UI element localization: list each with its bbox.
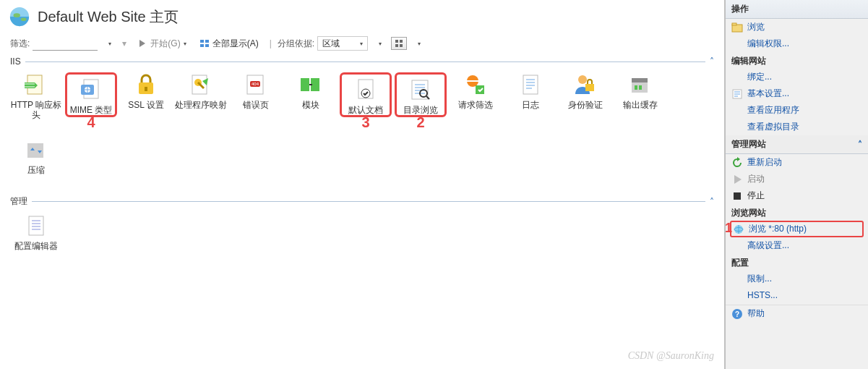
show-all-label: 全部显示(A) [212,38,259,50]
action-help[interactable]: ? 帮助 [726,305,868,322]
iis-authentication[interactable]: 身份验证 [559,72,611,110]
svg-rect-3 [200,40,204,43]
action-browse-http[interactable]: 浏览 *:80 (http) [730,221,864,237]
start-dropdown[interactable]: 开始(G) ▾ [132,36,191,51]
actions-header: 操作 [726,0,868,19]
group-label: 分组依据: [278,38,314,50]
section-manage-header[interactable]: 管理 ˄ [6,195,718,208]
filter-toolbar: 筛选: ▾ ▾ 开始(G) ▾ 全部显示(A) | 分组依据: 区域 ▾ ▾ ▾ [6,35,718,52]
iis-output-caching[interactable]: 输出缓存 [614,72,666,110]
svg-rect-7 [395,40,398,43]
callout-2: 2 [416,114,424,131]
play-icon [731,174,743,185]
iis-directory-browsing[interactable]: 目录浏览 2 [395,72,447,117]
svg-text:404: 404 [252,82,259,86]
view-mode-toggle[interactable]: ▾ [410,36,426,51]
svg-text:?: ? [735,310,739,318]
svg-rect-39 [29,216,43,235]
action-view-vdirs[interactable]: 查看虚拟目录 [726,119,868,135]
collapse-icon: ˄ [858,140,862,150]
log-icon [517,72,543,98]
group-sort-toggle[interactable]: ▾ [371,36,387,51]
page-title: Default Web Site 主页 [38,7,179,27]
section-manage-label: 管理 [10,195,27,208]
action-bindings[interactable]: 绑定... [726,69,868,85]
subheader-edit-site: 编辑网站 [726,54,868,69]
compress-icon [23,137,49,164]
svg-rect-31 [523,75,538,94]
iis-icons: HTTP 响应标头 MIME 类型 4 SSL 设置 处理程序映射 404 错误… [6,69,718,181]
start-label: 开始(G) [150,38,180,50]
action-view-apps[interactable]: 查看应用程序 [726,102,868,119]
iis-request-filtering[interactable]: 请求筛选 [450,72,502,110]
filter-input[interactable] [33,36,98,51]
iis-logging[interactable]: 日志 [504,72,557,110]
request-filter-icon [463,72,489,98]
default-doc-icon [353,77,379,103]
explore-icon [731,22,743,33]
svg-rect-37 [639,85,642,90]
collapse-icon: ˄ [710,56,714,67]
globe-icon [9,6,30,27]
handler-icon [188,72,214,98]
action-basic-settings[interactable]: 基本设置... [726,85,868,102]
group-value: 区域 [322,38,340,50]
section-iis-header[interactable]: IIS ˄ [6,56,718,67]
mime-icon [78,77,104,103]
svg-rect-6 [205,44,209,47]
iis-ssl-settings[interactable]: SSL 设置 [120,72,172,110]
action-hsts[interactable]: HSTS... [726,287,868,303]
subheader-config: 配置 [726,255,868,271]
action-advanced[interactable]: 高级设置... [726,237,868,254]
view-mode-large[interactable] [391,37,407,50]
callout-4: 4 [87,114,95,131]
lock-icon [133,72,159,98]
svg-rect-4 [205,40,209,43]
show-all-dropdown[interactable]: 全部显示(A) [194,36,264,51]
svg-rect-43 [734,192,741,200]
browse-icon [733,224,744,235]
iis-modules[interactable]: 模块 [285,72,337,110]
action-start: 启动 [726,171,868,187]
action-explore[interactable]: 浏览 [726,19,868,35]
subheader-browse-site: 浏览网站 [726,205,868,221]
settings-icon [731,88,743,100]
manage-site-header[interactable]: 管理网站 ˄ [726,135,868,154]
svg-rect-16 [145,87,147,91]
iis-mime-types[interactable]: MIME 类型 4 [65,72,117,117]
collapse-icon: ˄ [710,197,714,207]
svg-rect-22 [301,78,309,91]
svg-rect-36 [635,85,637,90]
cache-icon [627,72,653,98]
watermark: CSDN @SauronKing [628,350,714,362]
svg-rect-29 [467,80,478,82]
config-editor-icon [23,213,49,239]
callout-1: 1 [725,221,732,236]
iis-error-pages[interactable]: 404 错误页 [230,72,282,110]
svg-rect-33 [585,84,594,91]
svg-point-1 [14,13,20,17]
error-page-icon: 404 [243,72,269,98]
iis-compression[interactable]: 压缩 [10,137,62,175]
modules-icon [298,72,324,98]
help-icon: ? [731,308,743,320]
callout-3: 3 [361,114,369,131]
svg-rect-5 [200,44,204,47]
section-iis-label: IIS [10,56,21,67]
svg-rect-9 [395,44,398,47]
group-dropdown[interactable]: 区域 ▾ [317,36,368,51]
svg-point-2 [21,17,27,21]
action-restart[interactable]: 重新启动 [726,154,868,171]
filter-dropdown-toggle[interactable]: ▾ [100,36,116,51]
action-stop[interactable]: 停止 [726,187,868,204]
filter-label: 筛选: [10,38,30,50]
dir-browse-icon [408,77,434,103]
action-limits[interactable]: 限制... [726,271,868,287]
actions-pane: 操作 浏览 编辑权限... 编辑网站 绑定... 基本设置... 查看应用程序 … [725,0,868,369]
iis-http-response-headers[interactable]: HTTP 响应标头 [10,72,62,120]
restart-icon [731,157,743,169]
action-edit-permissions[interactable]: 编辑权限... [726,35,868,52]
iis-handler-mappings[interactable]: 处理程序映射 [175,72,227,110]
iis-default-document[interactable]: 默认文档 3 [340,72,392,117]
manage-config-editor[interactable]: 配置编辑器 [10,213,62,251]
